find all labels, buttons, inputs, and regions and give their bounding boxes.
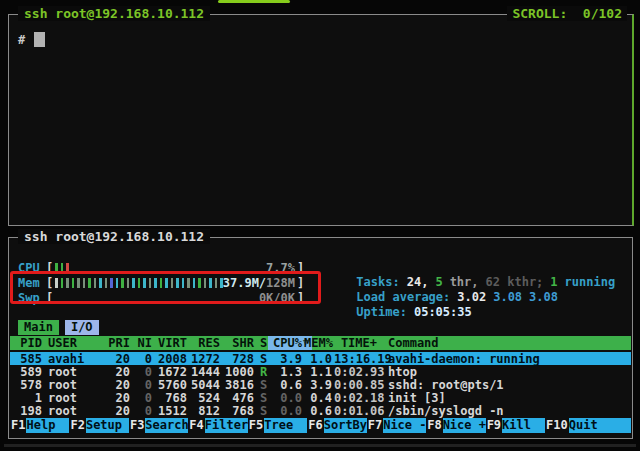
- cell-shr: 768: [222, 404, 254, 418]
- process-row[interactable]: 589 root 20 0 1672 1444 1000 R 1.3 1.1 0…: [10, 365, 631, 378]
- fkey-number: F3: [129, 418, 145, 433]
- terminal-cursor: [34, 32, 45, 47]
- process-row-selected[interactable]: 585 avahi 20 0 2008 1272 728 S 3.9 1.0 1…: [10, 352, 631, 365]
- cpu-meter-label: CPU: [18, 261, 40, 275]
- cell-mem: 1.1: [304, 365, 332, 379]
- mem-meter-label: Mem: [18, 276, 40, 290]
- shell-prompt-line[interactable]: #: [18, 32, 45, 50]
- header-mem-percent[interactable]: MEM%: [304, 336, 332, 350]
- cell-res: 1272: [189, 352, 220, 366]
- process-row[interactable]: 578 root 20 0 5760 5044 3816 S 0.6 3.9 0…: [10, 378, 631, 391]
- meter-tick: [66, 263, 69, 273]
- fkey-help[interactable]: F1Help: [10, 418, 69, 433]
- fkey-label: Setup: [86, 418, 129, 433]
- meter-tick: [94, 278, 97, 288]
- meter-tick: [61, 278, 64, 288]
- meter-tick: [72, 278, 75, 288]
- meter-tick: [165, 278, 168, 288]
- mem-used-value: 37.9M/: [223, 276, 266, 290]
- header-ni[interactable]: NI: [132, 336, 152, 350]
- bottom-pane-title: ssh root@192.168.10.112: [18, 229, 210, 244]
- fkey-label: Nice +: [443, 418, 486, 433]
- cpu-meter-bar: [55, 263, 72, 273]
- swap-meter-label: Swp: [18, 291, 40, 305]
- cell-cpu: 3.9: [270, 352, 302, 366]
- meter-tick: [88, 278, 91, 288]
- meter-tick: [132, 278, 135, 288]
- fkey-label: Quit: [569, 418, 612, 433]
- video-artifact-smear: [4, 444, 636, 447]
- cell-virt: 5760: [154, 378, 187, 392]
- top-pane: ssh root@192.168.10.112 SCROLL: 0/102 #: [8, 14, 634, 226]
- fkey-setup[interactable]: F2Setup: [69, 418, 128, 433]
- cell-command: avahi-daemon: running: [388, 352, 540, 366]
- fkey-search[interactable]: F3Search: [129, 418, 188, 433]
- cell-virt: 1512: [154, 404, 187, 418]
- meter-tick: [121, 278, 124, 288]
- header-time[interactable]: TIME+: [334, 336, 377, 350]
- header-pid[interactable]: PID: [12, 336, 42, 350]
- meter-tick: [105, 278, 108, 288]
- fkey-kill[interactable]: F9Kill: [486, 418, 545, 433]
- mem-meter-bracket-close: ]: [297, 276, 304, 290]
- process-row[interactable]: 1 root 20 0 768 524 476 S 0.0 0.4 0:02.1…: [10, 391, 631, 404]
- cell-pid: 589: [12, 365, 42, 379]
- tab-io[interactable]: I/O: [65, 320, 99, 335]
- cell-mem: 0.6: [304, 404, 332, 418]
- cell-virt: 768: [154, 391, 187, 405]
- fkey-quit[interactable]: F10Quit: [545, 418, 612, 433]
- header-cpu-percent[interactable]: CPU%: [270, 336, 302, 350]
- fkey-nice-plus[interactable]: F8Nice +: [426, 418, 485, 433]
- htop-screen-tabs: Main I/O: [18, 320, 99, 335]
- fkey-number: F7: [367, 418, 383, 433]
- cell-cpu: 0.0: [270, 404, 302, 418]
- meter-tick: [83, 278, 86, 288]
- fkey-number: F9: [486, 418, 502, 433]
- swap-meter-value: 0K/0K: [199, 291, 295, 305]
- tab-main[interactable]: Main: [18, 320, 59, 335]
- meter-tick: [110, 278, 113, 288]
- header-virt[interactable]: VIRT: [154, 336, 187, 350]
- fkey-label: Nice -: [383, 418, 426, 433]
- fkey-number: F2: [69, 418, 85, 433]
- swap-meter-bracket-open: [: [46, 291, 53, 305]
- fkey-nice-minus[interactable]: F7Nice -: [367, 418, 426, 433]
- header-res[interactable]: RES: [189, 336, 220, 350]
- cell-pri: 20: [98, 378, 130, 392]
- header-command[interactable]: Command: [388, 336, 439, 350]
- cell-shr: 728: [222, 352, 254, 366]
- meter-tick: [154, 278, 157, 288]
- meter-tick: [61, 263, 64, 273]
- fkey-label: Tree: [264, 418, 307, 433]
- process-row[interactable]: 198 root 20 0 1512 812 768 S 0.0 0.6 0:0…: [10, 404, 631, 417]
- top-pane-title: ssh root@192.168.10.112: [18, 6, 210, 21]
- cell-pri: 20: [98, 391, 130, 405]
- cell-ni: 0: [132, 365, 152, 379]
- cell-cpu: 0.6: [270, 378, 302, 392]
- header-pri[interactable]: PRI: [98, 336, 130, 350]
- cell-res: 1444: [189, 365, 220, 379]
- header-shr[interactable]: SHR: [222, 336, 254, 350]
- cpu-meter-bracket-open: [: [46, 261, 53, 275]
- cell-virt: 2008: [154, 352, 187, 366]
- cell-res: 5044: [189, 378, 220, 392]
- fkey-number: F6: [307, 418, 323, 433]
- meter-tick: [143, 278, 146, 288]
- fkey-filter[interactable]: F4Filter: [188, 418, 247, 433]
- fkey-tree[interactable]: F5Tree: [248, 418, 307, 433]
- cell-shr: 1000: [222, 365, 254, 379]
- cell-pid: 198: [12, 404, 42, 418]
- mem-meter-value: 37.9M/128M: [169, 276, 295, 290]
- uptime-value: 05:05:35: [414, 305, 472, 319]
- load-15min: 3.08: [529, 290, 558, 304]
- uptime-label: Uptime:: [356, 305, 407, 319]
- cell-cpu: 1.3: [270, 365, 302, 379]
- meter-tick: [138, 278, 141, 288]
- fkey-sortby[interactable]: F6SortBy: [307, 418, 366, 433]
- fkey-number: F1: [10, 418, 26, 433]
- cell-pri: 20: [98, 404, 130, 418]
- meter-tick: [149, 278, 152, 288]
- cell-mem: 0.4: [304, 391, 332, 405]
- fkey-number: F5: [248, 418, 264, 433]
- cell-pri: 20: [98, 352, 130, 366]
